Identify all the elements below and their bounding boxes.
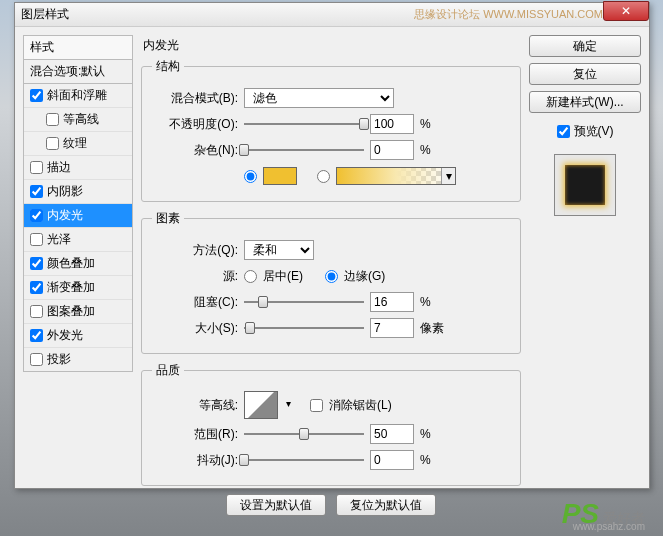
style-item-11[interactable]: 投影 <box>24 348 132 371</box>
style-label-4: 内阴影 <box>47 183 83 200</box>
blend-mode-label: 混合模式(B): <box>152 90 238 107</box>
style-checkbox-7[interactable] <box>30 257 43 270</box>
close-button[interactable]: ✕ <box>603 1 649 21</box>
reset-default-button[interactable]: 复位为默认值 <box>336 494 436 516</box>
style-label-8: 渐变叠加 <box>47 279 95 296</box>
preview-checkbox[interactable] <box>557 125 570 138</box>
make-default-button[interactable]: 设置为默认值 <box>226 494 326 516</box>
anti-alias-checkbox[interactable] <box>310 399 323 412</box>
style-label-1: 等高线 <box>63 111 99 128</box>
style-item-7[interactable]: 颜色叠加 <box>24 252 132 276</box>
noise-input[interactable] <box>370 140 414 160</box>
footer-watermark: PS 爱好者 www.psahz.com <box>562 498 645 530</box>
jitter-unit: % <box>420 453 450 467</box>
opacity-slider[interactable] <box>244 115 364 133</box>
titlebar[interactable]: 图层样式 思缘设计论坛 WWW.MISSYUAN.COM ✕ <box>15 3 649 27</box>
quality-group: 品质 等高线: 消除锯齿(L) 范围(R): % 抖动(J): <box>141 362 521 486</box>
anti-alias-label: 消除锯齿(L) <box>329 397 392 414</box>
opacity-input[interactable] <box>370 114 414 134</box>
style-label-0: 斜面和浮雕 <box>47 87 107 104</box>
layer-style-dialog: 图层样式 思缘设计论坛 WWW.MISSYUAN.COM ✕ 样式 混合选项:默… <box>14 2 650 489</box>
jitter-label: 抖动(J): <box>152 452 238 469</box>
style-item-6[interactable]: 光泽 <box>24 228 132 252</box>
range-label: 范围(R): <box>152 426 238 443</box>
style-label-9: 图案叠加 <box>47 303 95 320</box>
color-swatch[interactable] <box>263 167 297 185</box>
source-edge-label: 边缘(G) <box>344 268 385 285</box>
jitter-input[interactable] <box>370 450 414 470</box>
element-group: 图素 方法(Q): 柔和 源: 居中(E) 边缘(G) 阻塞 <box>141 210 521 354</box>
blend-mode-select[interactable]: 滤色 <box>244 88 394 108</box>
preview-inner <box>565 165 605 205</box>
style-label-6: 光泽 <box>47 231 71 248</box>
style-label-11: 投影 <box>47 351 71 368</box>
source-edge-radio[interactable] <box>325 270 338 283</box>
style-item-5[interactable]: 内发光 <box>24 204 132 228</box>
solid-color-radio[interactable] <box>244 170 257 183</box>
size-unit: 像素 <box>420 320 450 337</box>
structure-group: 结构 混合模式(B): 滤色 不透明度(O): % 杂色(N): % <box>141 58 521 202</box>
style-item-4[interactable]: 内阴影 <box>24 180 132 204</box>
style-item-0[interactable]: 斜面和浮雕 <box>24 84 132 108</box>
method-label: 方法(Q): <box>152 242 238 259</box>
style-list: 斜面和浮雕等高线纹理描边内阴影内发光光泽颜色叠加渐变叠加图案叠加外发光投影 <box>23 84 133 372</box>
source-center-label: 居中(E) <box>263 268 303 285</box>
style-item-10[interactable]: 外发光 <box>24 324 132 348</box>
action-column: 确定 复位 新建样式(W)... 预览(V) <box>529 35 641 480</box>
style-label-3: 描边 <box>47 159 71 176</box>
structure-legend: 结构 <box>152 58 184 75</box>
style-item-1[interactable]: 等高线 <box>24 108 132 132</box>
style-checkbox-6[interactable] <box>30 233 43 246</box>
style-item-8[interactable]: 渐变叠加 <box>24 276 132 300</box>
ok-button[interactable]: 确定 <box>529 35 641 57</box>
size-input[interactable] <box>370 318 414 338</box>
style-checkbox-3[interactable] <box>30 161 43 174</box>
gradient-swatch[interactable]: ▾ <box>336 167 456 185</box>
noise-label: 杂色(N): <box>152 142 238 159</box>
style-label-5: 内发光 <box>47 207 83 224</box>
contour-picker[interactable] <box>244 391 278 419</box>
choke-input[interactable] <box>370 292 414 312</box>
noise-slider[interactable] <box>244 141 364 159</box>
dialog-title: 图层样式 <box>21 6 414 23</box>
style-checkbox-1[interactable] <box>46 113 59 126</box>
range-unit: % <box>420 427 450 441</box>
style-label-7: 颜色叠加 <box>47 255 95 272</box>
style-checkbox-11[interactable] <box>30 353 43 366</box>
style-checkbox-9[interactable] <box>30 305 43 318</box>
style-item-3[interactable]: 描边 <box>24 156 132 180</box>
range-input[interactable] <box>370 424 414 444</box>
new-style-button[interactable]: 新建样式(W)... <box>529 91 641 113</box>
watermark-text: 思缘设计论坛 WWW.MISSYUAN.COM <box>414 7 603 22</box>
blend-options-default[interactable]: 混合选项:默认 <box>23 60 133 84</box>
quality-legend: 品质 <box>152 362 184 379</box>
element-legend: 图素 <box>152 210 184 227</box>
preview-label: 预览(V) <box>574 123 614 140</box>
size-slider[interactable] <box>244 319 364 337</box>
choke-label: 阻塞(C): <box>152 294 238 311</box>
chevron-down-icon[interactable]: ▾ <box>441 168 455 184</box>
style-checkbox-5[interactable] <box>30 209 43 222</box>
source-center-radio[interactable] <box>244 270 257 283</box>
contour-label: 等高线: <box>152 397 238 414</box>
style-label-2: 纹理 <box>63 135 87 152</box>
panel-title: 内发光 <box>141 35 521 58</box>
cancel-button[interactable]: 复位 <box>529 63 641 85</box>
opacity-label: 不透明度(O): <box>152 116 238 133</box>
style-checkbox-2[interactable] <box>46 137 59 150</box>
method-select[interactable]: 柔和 <box>244 240 314 260</box>
style-item-9[interactable]: 图案叠加 <box>24 300 132 324</box>
style-checkbox-4[interactable] <box>30 185 43 198</box>
style-item-2[interactable]: 纹理 <box>24 132 132 156</box>
styles-sidebar: 样式 混合选项:默认 斜面和浮雕等高线纹理描边内阴影内发光光泽颜色叠加渐变叠加图… <box>23 35 133 480</box>
sidebar-header[interactable]: 样式 <box>23 35 133 60</box>
style-label-10: 外发光 <box>47 327 83 344</box>
jitter-slider[interactable] <box>244 451 364 469</box>
choke-slider[interactable] <box>244 293 364 311</box>
style-checkbox-8[interactable] <box>30 281 43 294</box>
style-checkbox-10[interactable] <box>30 329 43 342</box>
gradient-radio[interactable] <box>317 170 330 183</box>
range-slider[interactable] <box>244 425 364 443</box>
style-checkbox-0[interactable] <box>30 89 43 102</box>
ps-logo-url: www.psahz.com <box>573 521 645 532</box>
